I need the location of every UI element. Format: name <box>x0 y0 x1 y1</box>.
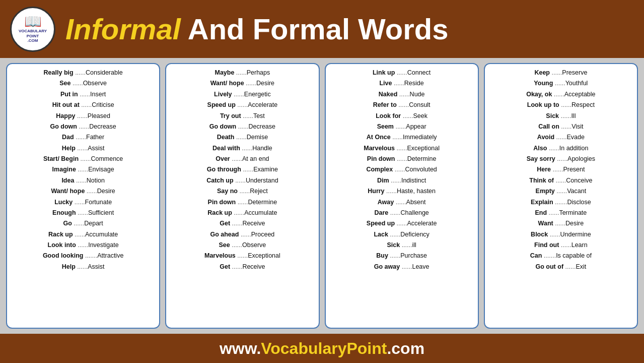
dots: ...... <box>80 91 90 98</box>
dots: ...... <box>565 263 576 270</box>
dots: ...... <box>555 80 565 87</box>
vocab-item: Happy ......Pleased <box>12 111 154 121</box>
vocab-item: Speed up ......Accelerate <box>171 100 313 110</box>
vocab-item: At Once ......Immediately <box>331 133 473 142</box>
logo-icon: 📖 <box>24 15 42 29</box>
informal-word: Okay, ok <box>526 91 552 98</box>
formal-word: Convoluted <box>405 166 437 173</box>
dots: ...... <box>399 91 410 98</box>
dots: ...... <box>81 101 92 108</box>
dots: ...... <box>236 134 247 141</box>
informal-word: At Once <box>367 134 391 141</box>
dots: ...... <box>391 177 401 184</box>
formal-word: Receive <box>242 263 265 270</box>
vocab-item: Think of ......Conceive <box>490 176 632 186</box>
informal-word: Catch up <box>206 177 233 184</box>
informal-word: Go through <box>207 166 241 173</box>
vocab-item: Sick ......Ill <box>490 111 632 121</box>
dots: ...... <box>402 241 412 249</box>
informal-word: Help <box>62 263 76 270</box>
vocab-item: Hurry ......Haste, hasten <box>331 187 473 196</box>
informal-word: Try out <box>220 112 241 119</box>
formal-word: Respect <box>571 101 595 108</box>
vocab-item: Can .......Is capable of <box>490 251 632 261</box>
vocab-item: Want/ hope ......Desire <box>12 187 154 196</box>
formal-word: Decrease <box>249 123 276 130</box>
informal-word: Refer to <box>373 101 397 108</box>
formal-word: Observe <box>242 241 266 249</box>
formal-word: Considerable <box>86 69 123 76</box>
informal-word: Look for <box>376 112 401 119</box>
formal-word: Indistinct <box>401 177 426 184</box>
informal-word: Dad <box>62 134 74 141</box>
informal-word: Want/ hope <box>51 188 85 195</box>
formal-word: Fortunate <box>85 199 112 206</box>
vocab-item: Start/ Begin ......Commence <box>12 154 154 164</box>
informal-word: Pin down <box>367 155 395 162</box>
formal-word: Purchase <box>400 252 427 259</box>
informal-word: Say sorry <box>527 155 555 162</box>
informal-word: Dare <box>374 209 388 216</box>
informal-word: See <box>59 80 70 87</box>
formal-word: Vacant <box>567 188 586 195</box>
vocab-item: Catch up ......Understand <box>171 176 313 186</box>
informal-word: Go down <box>209 123 236 130</box>
informal-word: Get <box>220 263 230 270</box>
vocab-item: Find out ......Learn <box>490 240 632 250</box>
vocab-item: Hit out at ......Criticise <box>12 100 154 110</box>
informal-word: Live <box>379 80 392 87</box>
dots: ...... <box>242 145 252 152</box>
dots: ...... <box>556 188 567 195</box>
formal-word: Seek <box>413 112 428 119</box>
informal-word: Deal with <box>212 145 240 152</box>
vocab-item: Enough ......Sufficient <box>12 208 154 218</box>
footer-text: www.VocabularyPoint.com <box>220 339 424 358</box>
formal-word: Desire <box>97 188 115 195</box>
dots: ...... <box>237 101 248 108</box>
vocab-item: Look up to ......Respect <box>490 100 632 110</box>
informal-word: Marvelous <box>364 145 395 152</box>
formal-word: Immediately <box>403 134 437 141</box>
vocab-item: Want ......Desire <box>490 219 632 228</box>
vocab-item: Seem ......Appear <box>331 122 473 132</box>
vocab-item: Lack ......Deficiency <box>331 230 473 239</box>
vocab-item: Marvelous ......Exceptional <box>331 144 473 153</box>
vocab-item: End ......Terminate <box>490 208 632 218</box>
formal-word: At an end <box>242 155 269 162</box>
dots: ...... <box>234 209 244 216</box>
vocab-item: Go ahead ......Proceed <box>171 230 313 239</box>
vocab-item: Away ......Absent <box>331 198 473 207</box>
formal-word: Desire <box>565 220 584 227</box>
informal-word: Lively <box>214 91 232 98</box>
formal-word: Deficiency <box>400 231 430 238</box>
vocab-item: Buy ......Purchase <box>331 251 473 261</box>
vocab-item: Explain .......Disclose <box>490 198 632 207</box>
informal-word: Hit out at <box>52 101 80 108</box>
informal-word: Also <box>533 145 547 152</box>
dots: ...... <box>246 80 256 87</box>
vocab-item: Block ......Undermine <box>490 230 632 239</box>
informal-word: Go ahead <box>210 231 239 238</box>
dots: ...... <box>75 231 85 238</box>
informal-word: Start/ Begin <box>43 155 79 162</box>
informal-word: Good looking <box>43 252 84 259</box>
vocab-item: Say sorry ......Apologies <box>490 154 632 164</box>
vocab-item: Speed up ......Accelerate <box>331 219 473 228</box>
informal-word: Look up to <box>527 101 559 108</box>
dots: ...... <box>397 69 407 76</box>
footer-plain: www. <box>220 339 261 357</box>
formal-word: Acceptable <box>564 91 596 98</box>
dots: ...... <box>555 177 566 184</box>
formal-word: Depart <box>84 220 103 227</box>
informal-word: Death <box>217 134 235 141</box>
vocab-item: Dad ......Father <box>12 133 154 142</box>
informal-word: Go down <box>50 123 77 130</box>
formal-word: Assist <box>88 145 104 152</box>
formal-word: In addition <box>559 145 589 152</box>
dots: ...... <box>243 112 253 119</box>
dots: ...... <box>396 199 406 206</box>
dots: ...... <box>78 241 88 249</box>
vocab-item: Pin down ......Determine <box>171 198 313 207</box>
vocab-item: Go away ......Leave <box>331 262 473 272</box>
informal-word: Imagine <box>52 166 76 173</box>
